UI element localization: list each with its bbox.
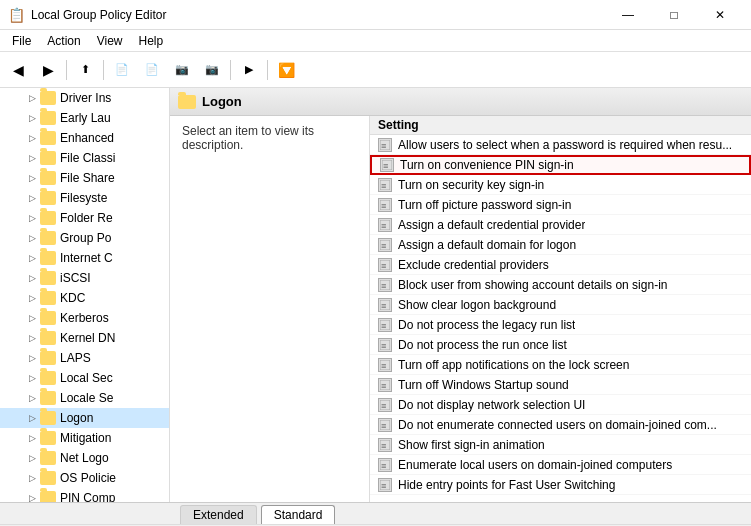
tree-item[interactable]: ▷File Share — [0, 168, 169, 188]
setting-label: Turn off app notifications on the lock s… — [398, 358, 629, 372]
setting-row[interactable]: ≡Do not process the run once list — [370, 335, 751, 355]
filter-button[interactable]: 🔽 — [272, 56, 300, 84]
folder-icon — [40, 371, 56, 385]
tree-arrow-icon: ▷ — [24, 333, 40, 343]
minimize-button[interactable]: — — [605, 0, 651, 30]
logon-folder-icon — [178, 95, 196, 109]
svg-text:≡: ≡ — [381, 481, 386, 490]
setting-row-icon: ≡ — [378, 258, 392, 272]
setting-row[interactable]: ≡Do not process the legacy run list — [370, 315, 751, 335]
tree-item[interactable]: ▷PIN Comp — [0, 488, 169, 502]
tree-arrow-icon: ▷ — [24, 113, 40, 123]
menu-help[interactable]: Help — [131, 30, 172, 51]
export-button[interactable]: 📷 — [198, 56, 226, 84]
toolbar-separator-4 — [267, 60, 268, 80]
up-button[interactable]: ⬆ — [71, 56, 99, 84]
toolbar-separator-1 — [66, 60, 67, 80]
tree-item[interactable]: ▷Driver Ins — [0, 88, 169, 108]
setting-row[interactable]: ≡Hide entry points for Fast User Switchi… — [370, 475, 751, 495]
tab-extended[interactable]: Extended — [180, 505, 257, 524]
title-bar-left: 📋 Local Group Policy Editor — [8, 7, 166, 23]
setting-row[interactable]: ≡Turn off Windows Startup sound — [370, 375, 751, 395]
run-button[interactable]: ▶ — [235, 56, 263, 84]
setting-row[interactable]: ≡Show clear logon background — [370, 295, 751, 315]
svg-text:≡: ≡ — [381, 401, 386, 410]
description-text: Select an item to view its description. — [182, 124, 314, 152]
tree-item[interactable]: ▷Early Lau — [0, 108, 169, 128]
tree-arrow-icon: ▷ — [24, 213, 40, 223]
bottom-area: Extended Standard 23 setting(s) — [0, 502, 751, 526]
tree-item-label: Net Logo — [60, 451, 109, 465]
title-bar: 📋 Local Group Policy Editor — □ ✕ — [0, 0, 751, 30]
setting-row[interactable]: ≡Turn off app notifications on the lock … — [370, 355, 751, 375]
setting-label: Exclude credential providers — [398, 258, 549, 272]
setting-label: Enumerate local users on domain-joined c… — [398, 458, 672, 472]
logon-title: Logon — [202, 94, 242, 109]
folder-icon — [40, 331, 56, 345]
tree-item[interactable]: ▷Local Sec — [0, 368, 169, 388]
folder-icon — [40, 471, 56, 485]
folder-icon — [40, 431, 56, 445]
setting-row[interactable]: ≡Block user from showing account details… — [370, 275, 751, 295]
tree-item[interactable]: ▷iSCSI — [0, 268, 169, 288]
properties-button[interactable]: 📷 — [168, 56, 196, 84]
tree-item[interactable]: ▷KDC — [0, 288, 169, 308]
setting-row[interactable]: ≡Allow users to select when a password i… — [370, 135, 751, 155]
setting-row[interactable]: ≡Show first sign-in animation — [370, 435, 751, 455]
setting-row[interactable]: ≡Do not display network selection UI — [370, 395, 751, 415]
setting-label: Block user from showing account details … — [398, 278, 667, 292]
setting-row[interactable]: ≡Turn on convenience PIN sign-in — [370, 155, 751, 175]
close-button[interactable]: ✕ — [697, 0, 743, 30]
setting-row-icon: ≡ — [378, 378, 392, 392]
setting-row-icon: ≡ — [378, 358, 392, 372]
tree-arrow-icon: ▷ — [24, 313, 40, 323]
forward-button[interactable]: ▶ — [34, 56, 62, 84]
tabs-container: Extended Standard — [0, 503, 751, 524]
main-area: ▷Driver Ins▷Early Lau▷Enhanced▷File Clas… — [0, 88, 751, 502]
title-bar-controls: — □ ✕ — [605, 0, 743, 30]
setting-row-icon: ≡ — [378, 138, 392, 152]
tree-item[interactable]: ▷Enhanced — [0, 128, 169, 148]
tree-arrow-icon: ▷ — [24, 153, 40, 163]
show-hide-button[interactable]: 📄 — [108, 56, 136, 84]
menu-view[interactable]: View — [89, 30, 131, 51]
setting-row[interactable]: ≡Exclude credential providers — [370, 255, 751, 275]
tree-item-label: LAPS — [60, 351, 91, 365]
tree-item[interactable]: ▷Logon — [0, 408, 169, 428]
tree-item[interactable]: ▷Filesyste — [0, 188, 169, 208]
tree-item[interactable]: ▷Folder Re — [0, 208, 169, 228]
tree-item[interactable]: ▷File Classi — [0, 148, 169, 168]
tree-item-label: OS Policie — [60, 471, 116, 485]
tab-standard[interactable]: Standard — [261, 505, 336, 524]
tree-arrow-icon: ▷ — [24, 173, 40, 183]
tree-item[interactable]: ▷Kerberos — [0, 308, 169, 328]
tree-item[interactable]: ▷Kernel DN — [0, 328, 169, 348]
setting-row[interactable]: ≡Assign a default credential provider — [370, 215, 751, 235]
maximize-button[interactable]: □ — [651, 0, 697, 30]
tree-arrow-icon: ▷ — [24, 273, 40, 283]
setting-row[interactable]: ≡Turn on security key sign-in — [370, 175, 751, 195]
tree-item[interactable]: ▷LAPS — [0, 348, 169, 368]
setting-row[interactable]: ≡Turn off picture password sign-in — [370, 195, 751, 215]
tree-item[interactable]: ▷Mitigation — [0, 428, 169, 448]
tree-item[interactable]: ▷Internet C — [0, 248, 169, 268]
menu-file[interactable]: File — [4, 30, 39, 51]
tree-item-label: Kernel DN — [60, 331, 115, 345]
setting-row-icon: ≡ — [378, 338, 392, 352]
tree-item[interactable]: ▷Net Logo — [0, 448, 169, 468]
tree-item-label: Filesyste — [60, 191, 107, 205]
setting-row[interactable]: ≡Do not enumerate connected users on dom… — [370, 415, 751, 435]
tree-item[interactable]: ▷Group Po — [0, 228, 169, 248]
tree-item[interactable]: ▷Locale Se — [0, 388, 169, 408]
svg-text:≡: ≡ — [381, 181, 386, 190]
menu-action[interactable]: Action — [39, 30, 88, 51]
back-button[interactable]: ◀ — [4, 56, 32, 84]
setting-row-icon: ≡ — [378, 458, 392, 472]
setting-row[interactable]: ≡Enumerate local users on domain-joined … — [370, 455, 751, 475]
tree-arrow-icon: ▷ — [24, 493, 40, 502]
svg-text:≡: ≡ — [381, 261, 386, 270]
tree-item[interactable]: ▷OS Policie — [0, 468, 169, 488]
setting-row[interactable]: ≡Assign a default domain for logon — [370, 235, 751, 255]
copy-button[interactable]: 📄 — [138, 56, 166, 84]
tree-item-label: Locale Se — [60, 391, 113, 405]
